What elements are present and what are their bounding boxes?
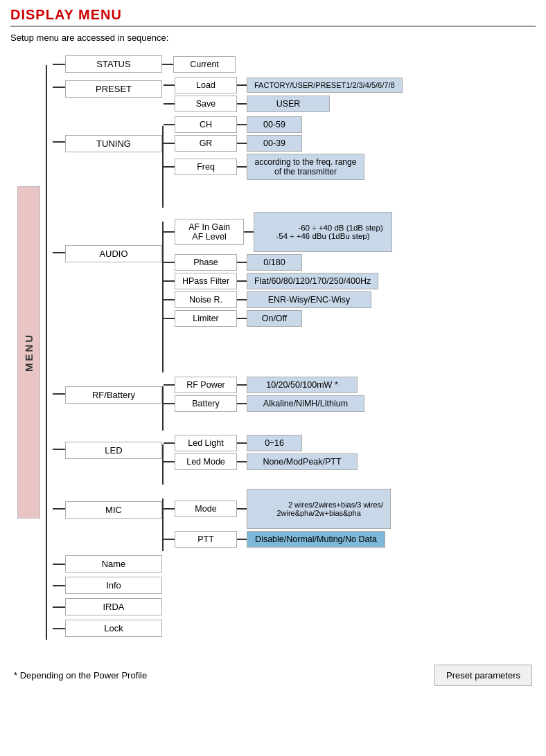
- rf-battery-row: RF/Battery RF Power 10/20/50/100mW *: [53, 377, 403, 431]
- hpass-box: HPass Filter: [175, 273, 237, 289]
- user-box: USER: [247, 96, 330, 112]
- name-box: Name: [65, 555, 162, 573]
- phase-val-box: 0/180: [247, 254, 302, 271]
- gr-box: GR: [175, 135, 237, 152]
- irda-box: IRDA: [65, 598, 162, 615]
- factory-box: FACTORY/USER/PRESET1/2/3/4/5/6/7/8: [247, 78, 403, 93]
- limiter-box: Limiter: [175, 310, 237, 327]
- footnote: * Depending on the Power Profile: [14, 670, 147, 681]
- rf-power-val-box: 10/20/50/100mW *: [247, 377, 358, 393]
- limiter-val-box: On/Off: [247, 310, 302, 327]
- noise-val-box: ENR-Wisy/ENC-Wisy: [247, 291, 371, 308]
- phase-box: Phase: [175, 254, 237, 271]
- battery-box: Battery: [175, 395, 237, 412]
- freq-val-box: according to the freq. range of the tran…: [247, 154, 364, 180]
- lock-box: Lock: [65, 620, 162, 637]
- audio-row: AUDIO AF In Gain AF Level: [53, 212, 403, 372]
- ptt-box: PTT: [175, 531, 237, 548]
- led-light-box: Led Light: [175, 435, 237, 451]
- info-row: Info: [53, 577, 403, 594]
- info-box: Info: [65, 577, 162, 594]
- save-box: Save: [175, 96, 237, 112]
- mic-row: MIC Mode 2 wires/2wires+bias/3 wires/ 2w…: [53, 489, 403, 551]
- battery-val-box: Alkaline/NiMH/Lithium: [247, 395, 364, 412]
- af-val-box: -60 ÷ +40 dB (1dB step) -54 ÷ +46 dBu (1…: [254, 212, 392, 252]
- status-box: STATUS: [65, 55, 162, 73]
- led-row: LED Led Light 0÷16: [53, 435, 403, 485]
- led-light-val-box: 0÷16: [247, 435, 302, 451]
- current-box: Current: [173, 56, 236, 73]
- rf-power-box: RF Power: [175, 377, 237, 393]
- freq-box: Freq: [175, 159, 237, 175]
- irda-row: IRDA: [53, 598, 403, 615]
- status-row: STATUS Current: [53, 55, 403, 73]
- tuning-box: TUNING: [65, 135, 162, 152]
- tuning-row: TUNING CH 00-59 G: [53, 116, 403, 208]
- mode-box: Mode: [175, 501, 237, 517]
- led-mode-box: Led Mode: [175, 453, 237, 470]
- hpass-val-box: Flat/60/80/120/170/250/400Hz: [247, 273, 378, 289]
- preset-row: PRESET Load FACTORY/USER/PRESET1/2/3/4/5…: [53, 77, 403, 112]
- led-mode-val-box: None/ModPeak/PTT: [247, 453, 358, 470]
- menu-label: MENU: [17, 186, 40, 519]
- gr-val-box: 00-39: [247, 135, 302, 152]
- led-box: LED: [65, 442, 162, 459]
- mic-box: MIC: [65, 501, 162, 519]
- lock-row: Lock: [53, 620, 403, 637]
- ch-val-box: 00-59: [247, 116, 302, 133]
- bottom-row: * Depending on the Power Profile Preset …: [10, 665, 536, 686]
- audio-box: AUDIO: [65, 245, 162, 262]
- page-title: DISPLAY MENU: [10, 7, 536, 27]
- noise-box: Noise R.: [175, 291, 237, 308]
- name-row: Name: [53, 555, 403, 573]
- af-box: AF In Gain AF Level: [175, 219, 244, 245]
- rf-battery-box: RF/Battery: [65, 386, 162, 404]
- preset-button[interactable]: Preset parameters: [434, 665, 532, 686]
- load-box: Load: [175, 77, 237, 93]
- ptt-val-box: Disable/Normal/Muting/No Data: [247, 531, 385, 548]
- mode-val-box: 2 wires/2wires+bias/3 wires/ 2wire&pha/2…: [247, 489, 391, 529]
- preset-box: PRESET: [65, 80, 162, 98]
- ch-box: CH: [175, 116, 237, 133]
- subtitle: Setup menu are accessed in sequence:: [10, 33, 536, 43]
